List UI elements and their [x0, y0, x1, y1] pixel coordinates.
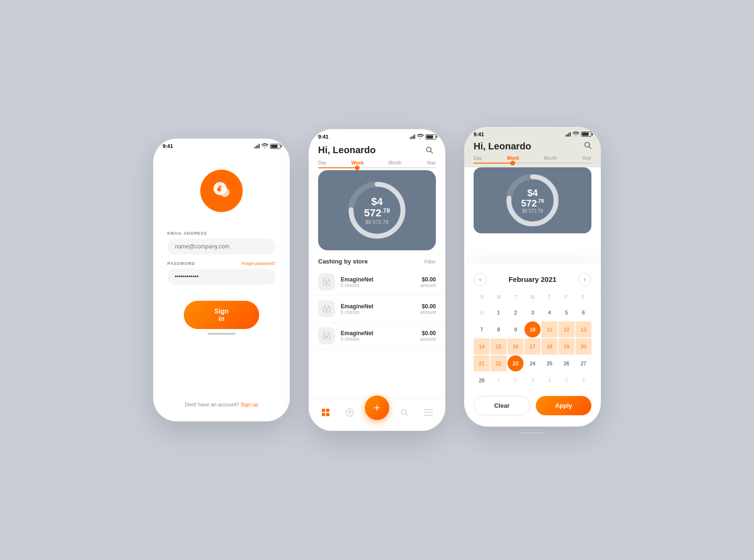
cal-period-year[interactable]: Year [582, 156, 591, 161]
phone-calendar: 9:41 Hi, Leonardo [464, 127, 601, 434]
amount-main-2: $4 572.78 [362, 196, 393, 219]
cal-day[interactable]: 12 [558, 321, 574, 338]
filter-button[interactable]: Filter [425, 259, 436, 264]
cal-day[interactable]: 3 [525, 372, 541, 388]
cal-day-selected[interactable]: 23 [508, 355, 524, 371]
cal-day[interactable]: 13 [575, 321, 591, 338]
cal-day[interactable]: 20 [575, 338, 591, 354]
cal-day[interactable]: 21 [474, 355, 490, 371]
cal-day[interactable]: 17 [525, 338, 541, 354]
period-selector-2: Day Week Month Year [309, 160, 445, 170]
period-thumb-2[interactable] [355, 165, 360, 170]
period-labels-2: Day Week Month Year [318, 160, 436, 167]
cal-day[interactable]: 16 [508, 338, 524, 354]
email-form-group: EMAIL ADDRESS [167, 231, 276, 255]
cal-day[interactable]: 5 [558, 305, 574, 321]
email-input[interactable] [167, 239, 276, 255]
cal-day[interactable]: 2 [508, 305, 524, 321]
battery-icon [270, 144, 280, 149]
nav-home-button[interactable] [316, 403, 335, 422]
cal-day[interactable]: 11 [541, 321, 557, 338]
calendar-popup: ‹ February 2021 › S M T W T F S 31 1 [464, 264, 601, 427]
cal-day[interactable]: 24 [525, 355, 541, 371]
svg-rect-8 [326, 282, 328, 284]
cal-day[interactable]: 3 [525, 305, 541, 321]
fab-add-button[interactable]: + [365, 395, 389, 420]
calendar-weekdays: S M T W T F S [474, 294, 591, 301]
wifi-icon [262, 143, 268, 149]
cal-day[interactable]: 1 [491, 305, 507, 321]
store-amount-2: $0.00 amount [420, 303, 436, 315]
apply-button[interactable]: Apply [536, 396, 591, 415]
battery-icon-3 [581, 132, 591, 137]
cal-day[interactable]: 5 [558, 372, 574, 388]
cal-period-month[interactable]: Month [544, 156, 557, 161]
cashing-title: Cashing by store [318, 258, 368, 265]
nav-search-button[interactable] [395, 403, 414, 422]
calendar-grid: S M T W T F S 31 1 2 3 4 5 6 [474, 294, 591, 388]
cal-day[interactable]: 14 [474, 338, 490, 354]
store-name-1: EmagineNet [341, 276, 415, 283]
phone-login: 9:41 [153, 139, 290, 421]
nav-menu-button[interactable] [419, 403, 438, 422]
cal-day[interactable]: 4 [541, 305, 557, 321]
search-button-3[interactable] [584, 141, 591, 151]
period-year[interactable]: Year [426, 160, 436, 165]
cal-day[interactable]: 15 [491, 338, 507, 354]
cal-day[interactable]: 18 [541, 338, 557, 354]
period-month[interactable]: Month [388, 160, 402, 165]
store-list: EmagineNet 5 checks $0.00 amount [309, 269, 445, 349]
cal-day[interactable]: 6 [575, 305, 591, 321]
svg-rect-15 [322, 413, 325, 416]
phone-top-area: 9:41 Hi, Leonardo [464, 127, 601, 264]
signin-button[interactable]: Sign in [184, 301, 259, 329]
cal-period-selector: Day Week Month Year [464, 156, 601, 167]
password-input[interactable] [167, 269, 276, 285]
svg-line-19 [406, 414, 408, 416]
forgot-password-link[interactable]: Forgot password? [242, 261, 276, 266]
cal-amount-main: $4 572.78 [518, 187, 547, 208]
search-button-2[interactable] [423, 143, 436, 156]
cal-day[interactable]: 28 [474, 372, 490, 388]
store-checks-1: 5 checks [341, 283, 415, 288]
signal-icon [254, 144, 260, 148]
svg-rect-16 [326, 413, 329, 416]
cal-day[interactable]: 27 [575, 355, 591, 371]
cashing-header: Cashing by store Filter [309, 258, 445, 269]
cal-chart-card: $4 572.78 $6 572.78 [474, 167, 591, 233]
cal-day[interactable]: 7 [474, 321, 490, 338]
cal-day[interactable]: 19 [558, 338, 574, 354]
cal-day[interactable]: 1 [491, 372, 507, 388]
cal-day-today[interactable]: 10 [525, 321, 541, 338]
cal-day[interactable]: 8 [491, 321, 507, 338]
wifi-icon-3 [573, 132, 579, 137]
signup-prompt: Dont' have an account? Sign up [185, 402, 258, 407]
period-week[interactable]: Week [352, 160, 364, 165]
status-icons-1 [254, 143, 280, 149]
cal-day[interactable]: 22 [491, 355, 507, 371]
cal-day[interactable]: 25 [541, 355, 557, 371]
cal-period-day[interactable]: Day [474, 156, 482, 161]
period-day[interactable]: Day [318, 160, 327, 165]
nav-wallet-button[interactable] [340, 403, 359, 422]
cal-period-labels: Day Week Month Year [474, 156, 591, 161]
cal-period-week[interactable]: Week [507, 156, 519, 161]
svg-rect-10 [326, 309, 328, 311]
app-logo [200, 170, 243, 212]
svg-rect-14 [326, 409, 329, 412]
svg-rect-13 [322, 409, 325, 412]
chart-card-2: $4 572.78 $6 572.78 [318, 170, 436, 250]
signup-link[interactable]: Sign up [241, 402, 258, 407]
wifi-icon-2 [417, 134, 424, 140]
cal-day[interactable]: 4 [541, 372, 557, 388]
prev-month-button[interactable]: ‹ [474, 273, 487, 286]
cal-day[interactable]: 9 [508, 321, 524, 338]
cal-day[interactable]: 26 [558, 355, 574, 371]
cal-day[interactable]: 2 [508, 372, 524, 388]
svg-point-2 [217, 188, 221, 191]
next-month-button[interactable]: › [578, 273, 591, 286]
calendar-days: 31 1 2 3 4 5 6 7 8 9 10 11 12 13 14 [474, 305, 591, 388]
cal-day[interactable]: 6 [575, 372, 591, 388]
clear-button[interactable]: Clear [474, 396, 530, 415]
cal-day[interactable]: 31 [474, 305, 490, 321]
